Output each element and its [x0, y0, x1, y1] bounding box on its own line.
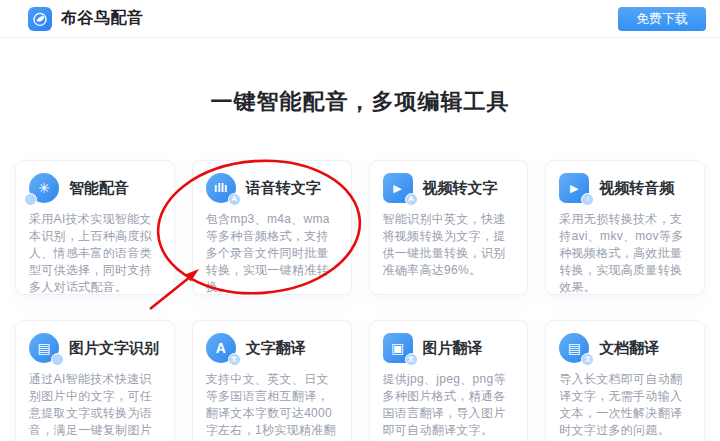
- card-image-text-ocr: 图片文字识别 通过AI智能技术快速识别图片中的文字，可任意提取文字或转换为语音，…: [15, 320, 175, 441]
- card-video-to-text: 视频转文字 智能识别中英文，快速将视频转换为文字，提供一键批量转换，识别准确率高…: [369, 160, 529, 295]
- app-header: 布谷鸟配音 免费下载: [0, 0, 720, 38]
- card-title: 智能配音: [69, 179, 129, 198]
- feature-card-grid: 智能配音 采用AI技术实现智能文本识别，上百种高度拟人、情感丰富的语音类型可供选…: [15, 160, 705, 441]
- letter-a-icon: [206, 333, 236, 363]
- card-title: 视频转文字: [423, 179, 498, 198]
- image-icon: [383, 333, 413, 363]
- card-description: 支持中文、英文、日文等多国语言相互翻译，翻译文本字数可达4000字左右，1秒实现…: [206, 371, 339, 441]
- card-description: 包含mp3、m4a、wma等多种音频格式，支持多个录音文件同时批量转换，实现一键…: [206, 211, 339, 296]
- letter-a-badge-icon: [228, 193, 241, 206]
- card-smart-dubbing: 智能配音 采用AI技术实现智能文本识别，上百种高度拟人、情感丰富的语音类型可供选…: [15, 160, 175, 295]
- card-description: 智能识别中英文，快速将视频转换为文字，提供一键批量转换，识别准确率高达96%。: [383, 211, 516, 279]
- hanzi-wen-badge-icon: [405, 353, 418, 366]
- card-title: 图片翻译: [423, 339, 483, 358]
- app-title: 布谷鸟配音: [61, 8, 144, 29]
- card-text-translate: 文字翻译 支持中文、英文、日文等多国语言相互翻译，翻译文本字数可达4000字左右…: [192, 320, 352, 441]
- card-video-to-audio: 视频转音频 采用无损转换技术，支持avi、mkv、mov等多种视频格式，高效批量…: [545, 160, 705, 295]
- document-icon: [559, 333, 589, 363]
- card-title: 图片文字识别: [69, 339, 159, 358]
- document-icon: [29, 333, 59, 363]
- card-title: 文字翻译: [246, 339, 306, 358]
- music-note-badge-icon: [581, 193, 594, 206]
- icon-badge: [24, 193, 37, 206]
- card-description: 导入长文档即可自动翻译文字，无需手动输入文本，一次性解决翻译时文字过多的问题。: [559, 371, 692, 439]
- free-download-button[interactable]: 免费下载: [618, 7, 706, 31]
- card-description: 通过AI智能技术快速识别图片中的文字，可任意提取文字或转换为语音，满足一键复制图…: [29, 371, 162, 441]
- video-play-icon: [559, 173, 589, 203]
- waveform-icon: [206, 173, 236, 203]
- video-play-icon: [383, 173, 413, 203]
- card-description: 采用AI技术实现智能文本识别，上百种高度拟人、情感丰富的语音类型可供选择，同时支…: [29, 211, 162, 296]
- page-title: 一键智能配音，多项编辑工具: [0, 87, 720, 117]
- card-title: 语音转文字: [246, 179, 321, 198]
- card-description: 采用无损转换技术，支持avi、mkv、mov等多种视频格式，高效批量转换，实现高…: [559, 211, 692, 296]
- icon-badge: [51, 353, 64, 366]
- hanzi-wen-badge-icon: [581, 353, 594, 366]
- app-logo-icon: [28, 7, 52, 31]
- card-title: 文档翻译: [599, 339, 659, 358]
- letter-a-badge-icon: [405, 193, 418, 206]
- ai-network-icon: [29, 173, 59, 203]
- card-title: 视频转音频: [599, 179, 674, 198]
- card-description: 提供jpg、jpeg、png等多种图片格式，精通各国语言翻译，导入图片即可自动翻…: [383, 371, 516, 439]
- hanzi-wen-badge-icon: [228, 353, 241, 366]
- card-document-translate: 文档翻译 导入长文档即可自动翻译文字，无需手动输入文本，一次性解决翻译时文字过多…: [545, 320, 705, 441]
- card-image-translate: 图片翻译 提供jpg、jpeg、png等多种图片格式，精通各国语言翻译，导入图片…: [369, 320, 529, 441]
- card-speech-to-text: 语音转文字 包含mp3、m4a、wma等多种音频格式，支持多个录音文件同时批量转…: [192, 160, 352, 295]
